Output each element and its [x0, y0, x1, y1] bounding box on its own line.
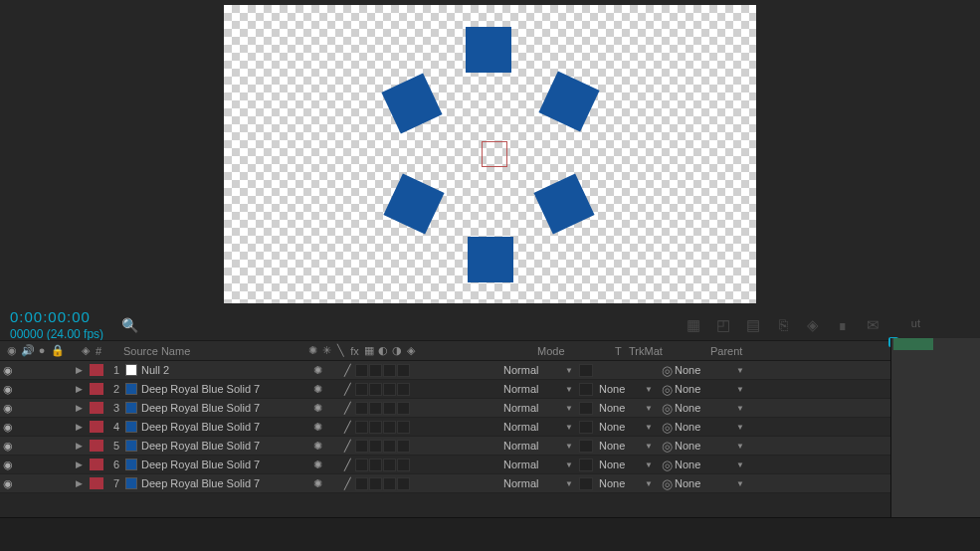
chevron-down-icon[interactable]: ▼ [645, 404, 659, 413]
parent-dropdown[interactable]: None [675, 459, 736, 470]
chevron-down-icon[interactable]: ▼ [565, 423, 579, 432]
chevron-down-icon[interactable]: ▼ [565, 479, 579, 488]
current-timecode[interactable]: 0:00:00:00 [10, 308, 103, 325]
parent-dropdown[interactable]: None [675, 477, 736, 489]
visibility-toggle[interactable]: ◉ [0, 364, 16, 377]
chevron-down-icon[interactable]: ▼ [565, 442, 579, 451]
quality-switch[interactable]: ╱ [340, 402, 355, 415]
layer-row[interactable]: ◉▶6Deep Royal Blue Solid 7✺╱Normal▼None▼… [0, 456, 980, 474]
quality-switch[interactable]: ╱ [340, 440, 355, 453]
label-color[interactable] [90, 383, 103, 395]
layer-row[interactable]: ◉▶5Deep Royal Blue Solid 7✺╱Normal▼None▼… [0, 437, 980, 456]
twirl-icon[interactable]: ▶ [76, 478, 90, 488]
switch-boxes[interactable] [355, 421, 415, 434]
label-color[interactable] [90, 402, 103, 414]
chevron-down-icon[interactable]: ▼ [736, 404, 750, 413]
visibility-toggle[interactable]: ◉ [0, 421, 16, 434]
chevron-down-icon[interactable]: ▼ [736, 442, 750, 451]
layer-row[interactable]: ◉▶3Deep Royal Blue Solid 7✺╱Normal▼None▼… [0, 399, 980, 418]
source-name[interactable]: Deep Royal Blue Solid 7 [141, 477, 310, 489]
collapse-switch-icon[interactable]: ✳ [320, 344, 333, 357]
audio-header-icon[interactable]: 🔊 [21, 344, 33, 357]
preserve-transparency-toggle[interactable] [579, 383, 593, 396]
switch-boxes[interactable] [355, 383, 415, 396]
blend-mode-dropdown[interactable]: Normal [503, 364, 565, 376]
chevron-down-icon[interactable]: ▼ [645, 385, 659, 394]
mode-header[interactable]: Mode [527, 345, 615, 357]
switch-boxes[interactable] [355, 364, 415, 377]
quality-switch[interactable]: ╱ [340, 477, 355, 490]
label-header-icon[interactable]: ◈ [76, 344, 96, 357]
shy-switch[interactable]: ✺ [310, 383, 325, 396]
timeline-track-area[interactable] [890, 338, 980, 517]
chevron-down-icon[interactable]: ▼ [736, 366, 750, 375]
composition-canvas[interactable] [224, 5, 756, 303]
track-matte-dropdown[interactable]: None [599, 402, 645, 414]
preserve-transparency-toggle[interactable] [579, 440, 593, 453]
null-object-indicator[interactable] [482, 141, 507, 167]
preserve-t-header[interactable]: T [615, 345, 629, 357]
preserve-transparency-toggle[interactable] [579, 477, 593, 490]
pickwhip-icon[interactable]: ◎ [659, 420, 675, 435]
trkmat-header[interactable]: TrkMat [629, 345, 704, 357]
source-name[interactable]: Deep Royal Blue Solid 7 [141, 402, 310, 414]
parent-dropdown[interactable]: None [675, 440, 736, 452]
blend-mode-dropdown[interactable]: Normal [503, 421, 565, 433]
shy-switch[interactable]: ✺ [310, 402, 325, 415]
track-matte-dropdown[interactable]: None [599, 440, 645, 452]
visibility-toggle[interactable]: ◉ [0, 477, 16, 490]
chevron-down-icon[interactable]: ▼ [565, 385, 579, 394]
work-area-bar[interactable] [893, 338, 933, 350]
chevron-down-icon[interactable]: ▼ [736, 385, 750, 394]
switch-boxes[interactable] [355, 402, 415, 415]
pickwhip-icon[interactable]: ◎ [659, 401, 675, 416]
pickwhip-icon[interactable]: ◎ [659, 458, 675, 472]
parent-dropdown[interactable]: None [675, 383, 736, 395]
eye-header-icon[interactable]: ◉ [6, 344, 18, 357]
blend-mode-dropdown[interactable]: Normal [503, 477, 565, 489]
layer-row[interactable]: ◉▶4Deep Royal Blue Solid 7✺╱Normal▼None▼… [0, 418, 980, 437]
switch-boxes[interactable] [355, 440, 415, 453]
layer-row[interactable]: ◉▶2Deep Royal Blue Solid 7✺╱Normal▼None▼… [0, 380, 980, 399]
twirl-icon[interactable]: ▶ [76, 441, 90, 451]
layer-row[interactable]: ◉▶1Null 2✺╱Normal▼◎None▼ [0, 361, 980, 380]
preserve-transparency-toggle[interactable] [579, 402, 593, 415]
track-matte-dropdown[interactable]: None [599, 477, 645, 489]
toolbar-icon[interactable]: ▦ [686, 316, 701, 334]
shy-switch[interactable]: ✺ [310, 440, 325, 453]
shy-switch-icon[interactable]: ✺ [306, 344, 319, 357]
shy-switch[interactable]: ✺ [310, 477, 325, 490]
pickwhip-icon[interactable]: ◎ [659, 439, 675, 454]
shape-layer-square[interactable] [381, 73, 442, 133]
track-matte-dropdown[interactable]: None [599, 383, 645, 395]
twirl-icon[interactable]: ▶ [76, 459, 90, 469]
twirl-icon[interactable]: ▶ [76, 384, 90, 394]
blend-mode-dropdown[interactable]: Normal [503, 440, 565, 452]
label-color[interactable] [90, 421, 103, 433]
twirl-icon[interactable]: ▶ [76, 365, 90, 375]
chevron-down-icon[interactable]: ▼ [565, 460, 579, 469]
shape-layer-square[interactable] [538, 71, 599, 131]
motion-blur-switch-icon[interactable]: ◐ [376, 344, 389, 357]
toolbar-icon[interactable]: ◈ [805, 316, 821, 334]
shy-switch[interactable]: ✺ [310, 459, 325, 471]
visibility-toggle[interactable]: ◉ [0, 459, 16, 471]
chevron-down-icon[interactable]: ▼ [736, 423, 750, 432]
label-color[interactable] [90, 459, 103, 470]
label-color[interactable] [90, 364, 103, 376]
visibility-toggle[interactable]: ◉ [0, 402, 16, 415]
pickwhip-icon[interactable]: ◎ [659, 476, 675, 491]
parent-dropdown[interactable]: None [675, 421, 736, 433]
blend-mode-dropdown[interactable]: Normal [503, 402, 565, 414]
adjustment-switch-icon[interactable]: ◑ [390, 344, 403, 357]
chevron-down-icon[interactable]: ▼ [645, 460, 659, 469]
shape-layer-square[interactable] [468, 237, 513, 282]
twirl-icon[interactable]: ▶ [76, 403, 90, 413]
quality-switch[interactable]: ╱ [340, 383, 355, 396]
label-color[interactable] [90, 440, 103, 452]
twirl-icon[interactable]: ▶ [76, 422, 90, 432]
shape-layer-square[interactable] [466, 27, 511, 73]
chevron-down-icon[interactable]: ▼ [645, 479, 659, 488]
3d-switch-icon[interactable]: ◈ [404, 344, 417, 357]
track-matte-dropdown[interactable]: None [599, 459, 645, 470]
